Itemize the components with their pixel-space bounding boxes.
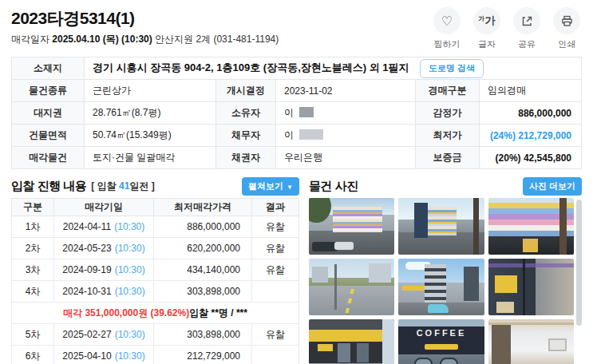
info-row-4: 매각물건 토지·건물 일괄매각 채권자 우리은행 보증금 (20%) 42,54…	[12, 147, 582, 169]
owner-label: 소유자	[216, 102, 276, 125]
address-value: 경기 시흥시 장곡동 904-2, 1층109호 (장곡동,장현노블레스) 외 …	[93, 61, 409, 73]
print-label: 인쇄	[558, 38, 575, 50]
photos-grid-wrapper: COFFEE	[309, 198, 582, 364]
property-photo-4[interactable]	[309, 259, 394, 315]
photos-header: 물건 사진 사진 더보기	[309, 176, 582, 196]
sale-amount: 매각 351,000,000원 (39.62%)	[63, 307, 189, 318]
bid-section-title: 입찰 진행 내용	[11, 179, 86, 194]
col-result: 결과	[252, 199, 299, 216]
address-cell: 경기 시흥시 장곡동 904-2, 1층109호 (장곡동,장현노블레스) 외 …	[85, 57, 582, 80]
auction-type-value: 임의경매	[480, 80, 582, 102]
address-label: 소재지	[12, 57, 85, 80]
print-button[interactable]: 인쇄	[553, 7, 580, 50]
property-photo-2[interactable]	[398, 198, 484, 255]
creditor-value: 우리은행	[276, 147, 416, 169]
bid-row: 6차 2025-04-10(10:30) 212,729,000	[12, 346, 299, 364]
property-type-value: 근린상가	[85, 80, 216, 102]
header: 2023타경5314(1) 매각일자 2025.04.10 (목) (10:30…	[0, 0, 593, 55]
bid-row: 1차 2024-04-11(10:30) 886,000,000 유찰	[12, 216, 299, 238]
sale-object-label: 매각물건	[12, 147, 85, 169]
appraisal-label: 감정가	[416, 102, 480, 125]
info-row-1: 물건종류 근린상가 개시결정 2023-11-02 경매구분 임의경매	[12, 80, 582, 102]
bid-history-table: 구분 매각기일 최저매각가격 결과 1차 2024-04-11(10:30) 8…	[11, 198, 299, 364]
land-right-label: 대지권	[12, 102, 85, 125]
sale-result-row: 매각 351,000,000원 (39.62%)입찰 **명 / ***	[12, 303, 299, 324]
bid-countdown: [ 입찰 41일전 ]	[91, 180, 154, 193]
bid-table-header: 구분 매각기일 최저매각가격 결과	[12, 199, 299, 216]
property-photo-6[interactable]	[488, 259, 574, 315]
owner-value: 이	[276, 102, 416, 125]
deposit-value: (20%) 42,545,800	[480, 147, 582, 169]
creditor-label: 채권자	[216, 147, 276, 169]
court-info: 안산지원 2계 (031-481-1194)	[155, 34, 279, 45]
property-photo-8[interactable]: COFFEE	[398, 319, 484, 364]
font-size-icon: 가가	[479, 14, 496, 28]
min-price-label: 최저가	[416, 125, 480, 147]
sale-object-value: 토지·건물 일괄매각	[85, 147, 216, 169]
sale-date-value: 2025.04.10 (목) (10:30)	[52, 34, 152, 45]
bid-row: 5차 2025-02-27(10:30) 303,898,000 유찰	[12, 324, 299, 346]
lower-section: 입찰 진행 내용 [ 입찰 41일전 ] 펼쳐보기 구분 매각기일 최저매각가격…	[11, 176, 582, 364]
min-price-value: (24%) 212,729,000	[480, 125, 582, 147]
photos-title: 물건 사진	[309, 179, 358, 194]
photos-grid: COFFEE	[309, 198, 574, 364]
property-photo-3[interactable]	[488, 198, 574, 255]
font-size-label: 글자	[478, 38, 496, 50]
chevron-down-icon	[283, 181, 293, 191]
col-price: 최저매각가격	[154, 199, 252, 216]
bid-history-panel: 입찰 진행 내용 [ 입찰 41일전 ] 펼쳐보기 구분 매각기일 최저매각가격…	[11, 176, 299, 364]
building-area-value: 50.74㎡(15.349평)	[85, 125, 216, 147]
page-title: 2023타경5314(1)	[11, 7, 279, 30]
share-label: 공유	[518, 38, 536, 50]
property-info-table: 소재지 경기 시흥시 장곡동 904-2, 1층109호 (장곡동,장현노블레스…	[11, 57, 582, 169]
deposit-label: 보증금	[416, 147, 480, 169]
auction-detail-page: 2023타경5314(1) 매각일자 2025.04.10 (목) (10:30…	[0, 0, 593, 364]
col-date: 매각기일	[54, 199, 154, 216]
case-start-value: 2023-11-02	[276, 80, 416, 102]
debtor-value: 이	[276, 125, 416, 147]
building-area-label: 건물면적	[12, 125, 85, 147]
redaction-box	[299, 129, 323, 140]
header-actions: 찜하기 가가 글자 공유 인쇄	[433, 7, 582, 50]
address-row: 소재지 경기 시흥시 장곡동 904-2, 1층109호 (장곡동,장현노블레스…	[12, 57, 582, 80]
print-icon	[561, 15, 573, 27]
property-photo-7[interactable]	[309, 319, 394, 364]
bid-row: 3차 2024-09-19(10:30) 434,140,000 유찰	[12, 259, 299, 281]
font-size-button[interactable]: 가가 글자	[473, 7, 500, 50]
share-button[interactable]: 공유	[513, 7, 540, 50]
appraisal-value: 886,000,000	[480, 102, 582, 125]
share-icon	[521, 15, 533, 27]
heart-icon	[441, 14, 453, 29]
favorite-label: 찜하기	[434, 38, 461, 50]
bid-section-header: 입찰 진행 내용 [ 입찰 41일전 ] 펼쳐보기	[11, 176, 299, 196]
road-name-search-button[interactable]: 도로명 검색	[420, 59, 484, 78]
days-remaining: 41	[119, 180, 129, 192]
expand-button[interactable]: 펼쳐보기	[242, 177, 299, 196]
favorite-button[interactable]: 찜하기	[433, 7, 461, 50]
property-photo-9[interactable]	[488, 319, 574, 364]
more-photos-button[interactable]: 사진 더보기	[523, 177, 582, 196]
col-round: 구분	[12, 199, 54, 216]
property-type-label: 물건종류	[12, 80, 85, 102]
property-photo-1[interactable]	[309, 198, 394, 255]
photos-scrollbar[interactable]	[576, 200, 582, 326]
land-right-value: 28.761㎡(8.7평)	[85, 102, 216, 125]
coffee-sign-text: COFFEE	[398, 328, 484, 338]
photos-panel: 물건 사진 사진 더보기 COFFEE	[309, 176, 582, 364]
info-row-3: 건물면적 50.74㎡(15.349평) 채무자 이 최저가 (24%) 212…	[12, 125, 582, 147]
sale-date-label: 매각일자	[11, 34, 49, 45]
sale-date-line: 매각일자 2025.04.10 (목) (10:30) 안산지원 2계 (031…	[11, 33, 279, 46]
case-start-label: 개시결정	[216, 80, 276, 102]
bid-row: 4차 2024-10-31(10:30) 303,898,000	[12, 281, 299, 303]
property-photo-5[interactable]	[398, 259, 484, 315]
info-row-2: 대지권 28.761㎡(8.7평) 소유자 이 감정가 886,000,000	[12, 102, 582, 125]
auction-type-label: 경매구분	[416, 80, 480, 102]
bid-row: 2차 2024-05-23(10:30) 620,200,000 유찰	[12, 238, 299, 259]
debtor-label: 채무자	[216, 125, 276, 147]
sale-bidders: 입찰 **명 / ***	[189, 307, 247, 318]
header-titles: 2023타경5314(1) 매각일자 2025.04.10 (목) (10:30…	[11, 7, 279, 46]
redaction-box	[299, 107, 314, 117]
